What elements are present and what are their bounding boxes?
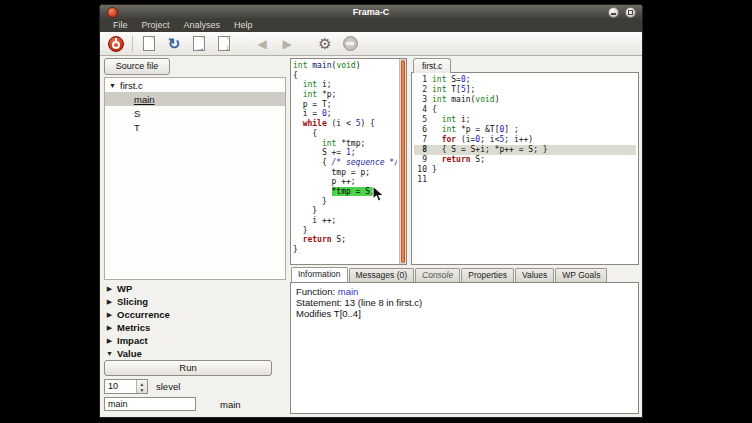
power-icon [108, 36, 124, 52]
source-frame: 1int S=0;2int T[5];3int main(void)4{5 in… [411, 72, 639, 265]
modifies-info: Modifies T[0..4] [296, 308, 633, 319]
tree-item-t[interactable]: T [105, 120, 285, 134]
stop-button[interactable] [339, 34, 361, 54]
expander-icon: ▼ [105, 350, 114, 357]
slevel-spinner[interactable]: 10 ▴ ▾ [104, 379, 148, 394]
statement-info: Statement: 13 (line 8 in first.c) [296, 297, 633, 308]
expander-icon: ▶ [105, 311, 114, 319]
quit-button[interactable] [105, 34, 127, 54]
titlebar[interactable]: Frama-C [100, 5, 642, 19]
plugin-value[interactable]: ▼ Value [104, 347, 286, 360]
expander-icon: ▶ [105, 285, 114, 293]
tab-information[interactable]: Information [291, 267, 348, 282]
source-tab-first-c[interactable]: first.c [413, 58, 451, 73]
forward-button[interactable]: ▶ [276, 34, 298, 54]
tree-item-label: main [134, 94, 155, 105]
toolbar: ↻ → ↓ ◀ ▶ ⚙ [100, 32, 642, 56]
tree-item-s[interactable]: S [105, 106, 285, 120]
source-code-view[interactable]: 1int S=0;2int T[5];3int main(void)4{5 in… [414, 75, 636, 262]
plugin-label: Value [117, 348, 142, 359]
back-icon: ◀ [257, 37, 266, 51]
menu-project[interactable]: Project [135, 19, 177, 32]
plugin-label: Slicing [117, 296, 148, 307]
main-function-input[interactable]: main [104, 397, 196, 411]
expander-icon: ▶ [105, 298, 114, 306]
bottom-panel: Information Messages (0) Console Propert… [290, 267, 639, 414]
plugin-impact[interactable]: ▶ Impact [104, 334, 286, 347]
plugin-label: Metrics [117, 322, 150, 333]
information-panel: Function: main Statement: 13 (line 8 in … [290, 282, 639, 414]
plugin-metrics[interactable]: ▶ Metrics [104, 321, 286, 334]
new-session-button[interactable] [138, 34, 160, 54]
minimize-button[interactable] [608, 7, 619, 18]
maximize-button[interactable] [625, 7, 636, 18]
tab-console[interactable]: Console [415, 268, 460, 282]
desktop-background: Frama-C File Project Analyses Help ↻ [0, 0, 752, 423]
cil-code-panel: int main(void){ int i; int *p; p = T; i … [290, 58, 407, 265]
slevel-value: 10 [108, 381, 118, 391]
main-function-row: main main [104, 397, 241, 411]
main-input-value: main [108, 399, 128, 409]
expander-icon: ▶ [105, 337, 114, 345]
function-line: Function: main [296, 286, 633, 297]
run-button[interactable]: Run [104, 360, 272, 376]
forward-icon: ▶ [282, 37, 291, 51]
minimize-icon [611, 13, 616, 15]
tree-item-first-c[interactable]: ▼ first.c [105, 78, 285, 92]
menu-file[interactable]: File [106, 19, 135, 32]
toolbar-separator [132, 36, 133, 52]
save-session-button[interactable]: ↓ [213, 34, 235, 54]
spin-down-icon[interactable]: ▾ [141, 387, 144, 393]
file-tree: ▼ first.c main S T [104, 77, 286, 280]
source-panel: first.c 1int S=0;2int T[5];3int main(voi… [411, 58, 639, 265]
window-title: Frama-C [100, 5, 642, 19]
main-function-label: main [220, 399, 241, 410]
reload-icon: ↻ [168, 36, 181, 52]
tree-item-main[interactable]: main [105, 92, 285, 106]
source-file-button[interactable]: Source file [104, 58, 170, 75]
source-tab-label: first.c [422, 61, 442, 71]
plugin-label: WP [117, 283, 132, 294]
frama-c-window: Frama-C File Project Analyses Help ↻ [99, 4, 643, 418]
cil-scrollbar[interactable] [399, 59, 406, 264]
save-session-icon: ↓ [218, 36, 230, 51]
reload-button[interactable]: ↻ [163, 34, 185, 54]
plugin-label: Occurrence [117, 309, 170, 320]
cil-code-view[interactable]: int main(void){ int i; int *p; p = T; i … [293, 61, 397, 262]
load-session-button[interactable]: → [188, 34, 210, 54]
plugins-list: ▶ WP ▶ Slicing ▶ Occurrence ▶ Metrics [104, 282, 286, 360]
new-file-icon [143, 36, 155, 51]
menu-help[interactable]: Help [227, 19, 260, 32]
expander-icon: ▶ [105, 324, 114, 332]
close-button[interactable] [107, 7, 118, 18]
tree-item-label: S [134, 108, 140, 119]
function-link[interactable]: main [338, 286, 359, 297]
gear-icon: ⚙ [318, 36, 331, 52]
tree-item-label: T [134, 122, 140, 133]
back-button[interactable]: ◀ [251, 34, 273, 54]
expander-icon: ▼ [108, 82, 117, 89]
titlebar-buttons [608, 7, 636, 18]
plugin-label: Impact [117, 335, 148, 346]
sidebar: Source file ▼ first.c main S T [104, 58, 286, 414]
plugin-slicing[interactable]: ▶ Slicing [104, 295, 286, 308]
stop-icon [343, 36, 358, 51]
slevel-label: slevel [156, 381, 180, 392]
tree-root-label: first.c [120, 80, 143, 91]
preferences-button[interactable]: ⚙ [314, 34, 336, 54]
tab-messages[interactable]: Messages (0) [349, 268, 415, 282]
tab-properties[interactable]: Properties [461, 268, 514, 282]
spinner-buttons[interactable]: ▴ ▾ [136, 380, 147, 393]
menu-bar: File Project Analyses Help [100, 19, 642, 32]
main-content: Source file ▼ first.c main S T [100, 56, 642, 417]
menu-analyses[interactable]: Analyses [177, 19, 228, 32]
function-label: Function: [296, 286, 338, 297]
load-session-icon: → [193, 36, 205, 51]
plugin-occurrence[interactable]: ▶ Occurrence [104, 308, 286, 321]
mouse-cursor [372, 185, 385, 203]
cil-scrollbar-thumb[interactable] [401, 60, 405, 263]
tab-values[interactable]: Values [515, 268, 554, 282]
plugin-wp[interactable]: ▶ WP [104, 282, 286, 295]
tab-wp-goals[interactable]: WP Goals [555, 268, 607, 282]
slevel-row: 10 ▴ ▾ slevel [104, 379, 180, 394]
